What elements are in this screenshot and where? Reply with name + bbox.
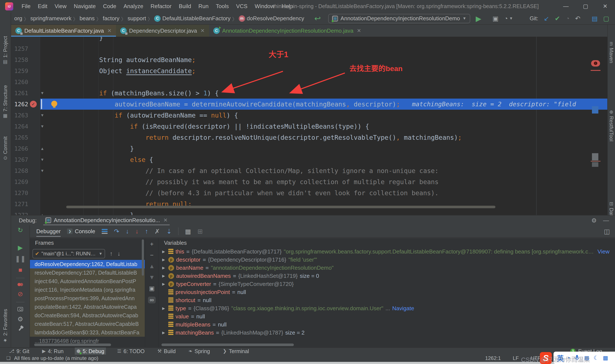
breadcrumb-item[interactable]: mdoResolveDependency <box>238 15 306 22</box>
inspection-error-badge[interactable]: ❶ <box>591 60 600 66</box>
frames-vertical-scrollbar[interactable] <box>142 239 144 276</box>
sidebar-item-commit[interactable]: ⊙Commit <box>2 136 8 160</box>
variable-row[interactable]: multipleBeans=null <box>159 321 615 329</box>
variable-row[interactable]: ▶this={DefaultListableBeanFactory@1717}"… <box>159 247 615 256</box>
breadcrumb-item[interactable]: beans <box>78 15 96 22</box>
stack-frame[interactable]: postProcessProperties:399, AutowiredAnn <box>30 294 145 302</box>
resume-icon[interactable]: ▶ <box>18 245 23 251</box>
thread-selector[interactable]: ✔ "main"@1 i...": RUNNING ▼ <box>32 249 105 258</box>
code-text[interactable]: autowiredBeanName = determineAutowireCan… <box>46 101 576 108</box>
stack-frame[interactable]: populateBean:1422, AbstractAutowireCapa <box>30 302 145 311</box>
close-icon[interactable]: ✕ <box>200 28 205 34</box>
stop-icon[interactable]: ■ <box>18 267 22 273</box>
editor-horizontal-scrollbar[interactable] <box>66 206 495 208</box>
toolwindow-button-4-run[interactable]: ▶4: Run <box>40 348 65 355</box>
menu-code[interactable]: Code <box>99 0 120 13</box>
tab-debugger[interactable]: Debugger <box>36 228 61 235</box>
step-into-icon[interactable]: ↓ <box>126 228 129 235</box>
step-out-icon[interactable]: ↑ <box>145 228 148 235</box>
close-icon[interactable]: ✕ <box>357 28 361 34</box>
breadcrumb-item[interactable]: factory <box>101 15 121 22</box>
variable-row[interactable]: ▶ptypeConverter={SimpleTypeConverter@172… <box>159 280 615 288</box>
code-line[interactable]: 1261▾ if (matchingBeans.size() > 1) { <box>11 88 607 99</box>
toolwindow-button-5-debug[interactable]: ⬢5: Debug <box>75 348 106 355</box>
close-icon[interactable]: ✕ <box>107 28 111 34</box>
minimize-button[interactable]: — <box>556 0 576 13</box>
line-ending[interactable]: LF <box>513 355 519 361</box>
variable-row[interactable]: ▶type={Class@1786}"class org.xiaoge.thin… <box>159 304 615 312</box>
menu-file[interactable]: File <box>18 0 34 13</box>
toolwindow-button-terminal[interactable]: ❯Terminal <box>221 348 251 355</box>
variable-row[interactable]: shortcut=null <box>159 296 615 304</box>
show-watches-icon[interactable]: ∞ <box>148 297 156 303</box>
fold-down-icon[interactable]: ▾ <box>39 168 46 173</box>
thread-dump-camera-icon[interactable] <box>17 307 23 311</box>
breadcrumb-item[interactable]: support <box>126 15 147 22</box>
menu-run[interactable]: Run <box>195 0 212 13</box>
toolwindow-button-spring[interactable]: ❧Spring <box>187 348 212 355</box>
run-anything-icon[interactable]: ▢ <box>603 15 609 22</box>
sidebar-item-restfultool[interactable]: ⊕RestfulTool <box>608 110 614 142</box>
expand-arrow-icon[interactable]: ▶ <box>161 306 166 311</box>
remove-watch-icon[interactable]: − <box>150 252 154 258</box>
sidebar-item-1-project[interactable]: ▤1: Project <box>2 36 8 65</box>
frame-up-icon[interactable]: ↑ <box>110 250 113 257</box>
variable-row[interactable]: ▶pbeanName="annotationDependencyInjectio… <box>159 264 615 272</box>
stack-frame[interactable]: doCreateBean:594, AbstractAutowireCapab <box>30 311 145 320</box>
code-text[interactable]: if (matchingBeans.size() > 1) { <box>46 89 219 97</box>
code-text[interactable]: if (isRequired(descriptor) || !indicates… <box>46 123 369 130</box>
step-over-icon[interactable]: ↷ <box>114 228 119 235</box>
stack-frame[interactable]: doResolveDependency:1262, DefaultListab <box>30 260 145 268</box>
code-text[interactable]: // possibly it was meant to be an empty … <box>46 178 439 186</box>
fold-down-icon[interactable]: ▾ <box>39 124 46 129</box>
maximize-button[interactable]: ▢ <box>576 0 595 13</box>
variable-row[interactable]: ▶pdescriptor={DependencyDescriptor@1716}… <box>159 256 615 264</box>
breadcrumb-item[interactable]: CDefaultListableBeanFactory <box>153 15 232 22</box>
rollback-button[interactable]: ↶ <box>575 15 580 22</box>
expand-arrow-icon[interactable]: ▶ <box>161 266 166 270</box>
layout-settings-icon[interactable]: ◫ <box>604 228 610 235</box>
force-step-into-icon[interactable]: ↓ <box>135 228 139 235</box>
toolbox-icon[interactable]: ▩ <box>603 355 608 361</box>
stack-frame[interactable]: inject:640, AutowiredAnnotationBeanPostP <box>30 277 145 286</box>
restore-layout-icon[interactable]: ⊞ <box>197 228 203 235</box>
sidebar-item-maven[interactable]: mMaven <box>608 42 614 63</box>
toolwindow-button-9-git[interactable]: ⎇9: Git <box>7 348 31 355</box>
pin-tab-icon[interactable] <box>19 327 22 331</box>
sidebar-item-favorites[interactable]: ★2: Favorites <box>2 309 8 343</box>
code-line[interactable]: 1266▴ } <box>11 143 607 154</box>
settings-gear-icon[interactable]: ⚙ <box>591 217 597 224</box>
variable-row[interactable]: value=null <box>159 312 615 321</box>
mute-breakpoints-icon[interactable]: ⊘ <box>17 291 23 297</box>
code-line[interactable]: 1264▾ if (isRequired(descriptor) || !ind… <box>11 121 607 132</box>
view-breakpoints-icon[interactable] <box>17 283 23 286</box>
git-update-button[interactable]: ↙ <box>544 15 549 22</box>
debug-settings-gear-icon[interactable]: ⚙ <box>17 316 23 322</box>
tab-console[interactable]: ❯Console <box>67 228 95 235</box>
add-watch-icon[interactable]: + <box>150 241 154 247</box>
stack-frame[interactable]: createBean:517, AbstractAutowireCapableB <box>30 320 145 328</box>
run-to-cursor-icon[interactable]: ⇣ <box>166 228 172 235</box>
code-text[interactable]: String autowiredBeanName; <box>46 56 196 64</box>
variable-link[interactable]: View <box>598 248 609 255</box>
code-line[interactable]: 1270 // (before 4.3 in particular when w… <box>11 187 607 198</box>
code-line[interactable]: 1259 Object instanceCandidate; <box>11 65 607 76</box>
menu-edit[interactable]: Edit <box>34 0 51 13</box>
expand-arrow-icon[interactable]: ▶ <box>161 282 166 286</box>
code-line[interactable]: 1265 return descriptor.resolveNotUnique(… <box>11 132 607 143</box>
close-icon[interactable]: ✕ <box>163 217 168 223</box>
expand-arrow-icon[interactable]: ▶ <box>161 274 166 278</box>
code-line[interactable]: 1260 <box>11 76 607 88</box>
back-navigate-icon[interactable]: ↪ <box>314 14 321 23</box>
git-commit-button[interactable]: ✔ <box>555 15 560 22</box>
breadcrumb-item[interactable]: org <box>13 15 24 22</box>
breakpoint-gutter[interactable]: ✓ <box>28 101 39 107</box>
caret-position[interactable]: 1262:1 <box>485 355 501 361</box>
evaluate-expression-icon[interactable]: ▦ <box>185 228 191 235</box>
skin-icon[interactable]: ☾ <box>594 355 599 361</box>
code-line[interactable]: 1257 <box>11 43 607 54</box>
code-text[interactable]: } <box>46 37 103 41</box>
fold-up-icon[interactable]: ▴ <box>39 212 46 215</box>
code-line[interactable]: 1268▾ // In case of an optional Collecti… <box>11 165 607 176</box>
expand-arrow-icon[interactable]: ▶ <box>161 249 166 254</box>
